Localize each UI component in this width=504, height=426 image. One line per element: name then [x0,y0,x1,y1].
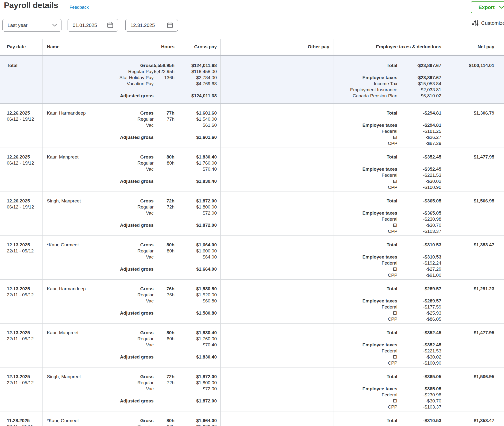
tax-amount: -$365.05 [397,374,441,380]
tax-amount: -$30.70 [397,222,441,228]
tax-amount: -$23,897.67 [397,75,441,81]
table-header-row: Pay date Name Hours Gross pay Other pay … [0,39,504,56]
earning-label: Adjusted gross [108,398,154,404]
tax-amount: -$294.81 [397,122,441,128]
tax-label: Federal [333,128,397,134]
tax-line: Canada Pension Plan-$6,810.02 [333,93,441,99]
earning-label: Vac [108,122,154,128]
tax-amount: -$192.24 [397,260,441,266]
tax-line: CPP-$86.05 [333,316,441,322]
tax-line: Employment Insurance-$2,033.81 [333,87,441,93]
earning-hours [154,310,178,316]
tax-amount: -$87.29 [397,140,441,146]
tax-amount: -$100.90 [397,184,441,190]
total-label: Total [7,62,42,68]
taxes-total-line: Total-$23,897.67 [333,62,441,68]
earning-line: Regular77h$1,540.00 [108,116,217,122]
other-pay-cell [221,280,333,323]
export-button-label: Export [478,4,495,10]
earning-label: Regular [108,116,154,122]
tax-line: Employee taxes-$352.45 [333,342,441,348]
customize-button[interactable]: Customize [472,19,504,27]
earning-line: Regular80h$1,760.00 [108,336,217,342]
employee-name: Kaur, Harmandeep [47,286,108,292]
adjusted-gross-line: Adjusted gross$1,830.40 [108,178,217,184]
earning-amount: $61.60 [178,122,217,128]
start-date-input[interactable]: 01.01.2025 [68,19,118,32]
name-cell: Kaur, Manpreet [43,148,108,192]
tax-label: CPP [333,228,397,234]
earning-hours: 80h [154,418,178,424]
earnings-cell: Gross5,558.95h$124,011.68Regular Pay5,42… [108,56,221,103]
earning-amount: $60.80 [178,298,217,304]
earning-label: Regular [108,160,154,166]
earning-amount: $1,872.00 [178,198,217,204]
earning-amount: $1,800.00 [178,204,217,210]
earning-amount: $1,600.00 [178,424,217,426]
employee-name: Singh, Manpreet [47,198,108,204]
tax-amount: -$289.57 [397,298,441,304]
tax-label: Total [333,62,397,68]
net-pay-cell: $1,477.95 [446,324,498,367]
earning-hours: 80h [154,248,178,254]
sliders-icon [472,19,478,27]
end-date-input[interactable]: 12.31.2025 [125,19,178,32]
tax-amount: -$100.90 [397,360,441,366]
tax-line: EI-$30.70 [333,222,441,228]
other-pay-cell [221,368,333,411]
earning-amount: $1,664.00 [178,242,217,248]
calendar-icon [107,22,113,29]
tax-line: CPP-$103.37 [333,228,441,234]
tax-label: CPP [333,184,397,190]
taxes-cell: Total-$294.81Employee taxes-$294.81Feder… [333,104,446,148]
net-pay-amount: $1,477.95 [446,330,494,336]
earning-amount: $1,600.00 [178,248,217,254]
feedback-link[interactable]: Feedback [70,5,89,10]
name-cell: Kaur, Harmandeep [43,280,108,323]
earnings-cell: Gross80h$1,830.40Regular80h$1,760.00Vac$… [108,148,221,192]
tax-line: Employee taxes-$294.81 [333,122,441,128]
tax-amount: -$30.70 [397,398,441,404]
tax-line: EI-$26.27 [333,134,441,140]
earning-hours [154,81,178,87]
tax-line: Federal-$230.98 [333,392,441,398]
earning-hours: 80h [154,330,178,336]
earning-label: Regular Pay [108,68,154,75]
earning-amount: $1,540.00 [178,116,217,122]
name-cell: *Kaur, Gurmeet [43,411,108,426]
spacer [333,380,441,386]
name-cell: *Kaur, Gurmeet [43,236,108,279]
earning-amount: $1,580.80 [178,310,217,316]
spacer [333,204,441,210]
pay-period: 22/11 - 05/12 [7,248,42,254]
other-pay-cell [221,192,333,235]
pay-period: 06/12 - 19/12 [7,116,42,122]
tax-line: Income Tax-$15,053.84 [333,81,441,87]
name-cell [43,56,108,103]
net-pay-cell: $1,477.95 [446,148,498,192]
earning-amount: $1,601.60 [178,134,217,140]
spacer [108,392,217,398]
earning-amount: $1,760.00 [178,336,217,342]
column-header-other-pay: Other pay [221,39,333,55]
earning-hours: 72h [154,198,178,204]
tax-label: Total [333,374,397,380]
earning-amount: $1,830.40 [178,178,217,184]
earning-hours: 80h [154,160,178,166]
earning-amount: $1,872.00 [178,398,217,404]
spacer [108,128,217,134]
period-select[interactable]: Last year [2,19,61,32]
pay-period: 06/12 - 19/12 [7,160,42,166]
tax-amount: -$25.93 [397,310,441,316]
payroll-row: 12.26.202506/12 - 19/12Singh, ManpreetGr… [0,192,504,236]
net-pay-amount: $1,506.95 [446,374,494,380]
pay-period: 22/11 - 05/12 [7,336,42,342]
net-pay-cell: $1,506.95 [446,192,498,235]
earning-line: Vac$70.40 [108,342,217,348]
export-button[interactable]: Export [471,1,504,13]
column-header-hours-gross: Hours Gross pay [108,39,221,55]
chevron-down-icon [52,24,57,27]
earning-line: Gross5,558.95h$124,011.68 [108,62,217,68]
pay-date-cell: 12.26.202506/12 - 19/12 [0,148,43,192]
name-cell: Kaur, Manpreet [43,324,108,367]
